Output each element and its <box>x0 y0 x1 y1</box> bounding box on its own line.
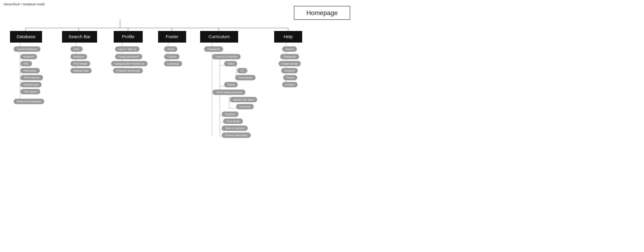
pill-material-type-sb: Material type <box>70 68 92 73</box>
homepage-label: Homepage <box>306 9 338 16</box>
pill-tutorial-db: Tutorial Database <box>14 46 40 52</box>
pill-login-signup: Log in / Sign up <box>115 46 140 52</box>
pill-time-length-cur: Time length <box>223 118 243 124</box>
pill-search-help: Search <box>282 46 297 52</box>
pill-cat-tutorial-list: Categorizable Tutorial List <box>111 61 148 66</box>
pill-time-length-sb: Time length <box>70 61 90 66</box>
pill-time-indicator-db: Time indicator <box>20 75 43 80</box>
pill-table-of-contents: Table of contents <box>222 125 248 131</box>
pill-categories-cur: Categories <box>204 46 223 52</box>
pill-contact-footer: Contact <box>164 54 180 59</box>
pill-comment: Comment <box>236 104 254 109</box>
pill-cc-cur: CC <box>237 68 247 73</box>
pill-keyword-help: Keyword <box>281 68 298 73</box>
pill-description-db: Description <box>20 68 40 73</box>
pill-video-cur: Video <box>224 61 237 66</box>
pill-url-db: URL <box>20 61 32 66</box>
pill-image-upload-help: Image upload <box>278 61 301 66</box>
pill-article-cur: Article <box>224 82 238 87</box>
pill-graphics-cur: Graphics <box>222 111 238 117</box>
pill-material-type-db: Material type <box>20 82 42 87</box>
pill-timestamps-cur: Timestamps <box>235 75 256 80</box>
pill-follow-along: Follow-along exercises <box>212 89 245 95</box>
page-label: Hierarchical + Database model <box>4 2 45 6</box>
pill-categories-help: Categories <box>280 54 299 59</box>
col-header-database: Database <box>10 31 42 42</box>
pill-filter-sb: Filter <box>70 46 83 52</box>
pill-resources-db: Resources Database <box>14 99 44 104</box>
pill-upload-work: Upload Your Work <box>230 97 257 102</box>
connector-lines <box>0 0 644 140</box>
pill-progress-dashboard: Progress dashboard <box>113 68 143 73</box>
col-header-searchbar: Search Bar <box>62 31 97 42</box>
pill-forum-help: Forum <box>283 75 297 80</box>
col-header-help: Help <box>274 31 302 42</box>
pill-title-search-db: Title search <box>20 89 40 94</box>
pill-lessons-cur: Lessons (Tutorials) <box>212 54 240 59</box>
pill-language-footer: Language <box>164 61 182 66</box>
col-header-profile: Profile <box>114 31 143 42</box>
pill-preview-desc: Preview description <box>222 133 251 138</box>
pill-contact-help: Contact <box>282 82 298 87</box>
pill-forgot-password: Forgot password? <box>115 54 142 59</box>
pill-keyword-sb: Keyword <box>70 54 87 59</box>
homepage-box: Homepage <box>294 6 350 20</box>
pill-about-footer: About <box>164 46 177 52</box>
col-header-curriculum: Curriculum <box>200 31 238 42</box>
diagram-container: Hierarchical + Database model <box>0 0 644 140</box>
col-header-footer: Footer <box>158 31 186 42</box>
pill-keyword-db: Keyword <box>20 54 37 59</box>
